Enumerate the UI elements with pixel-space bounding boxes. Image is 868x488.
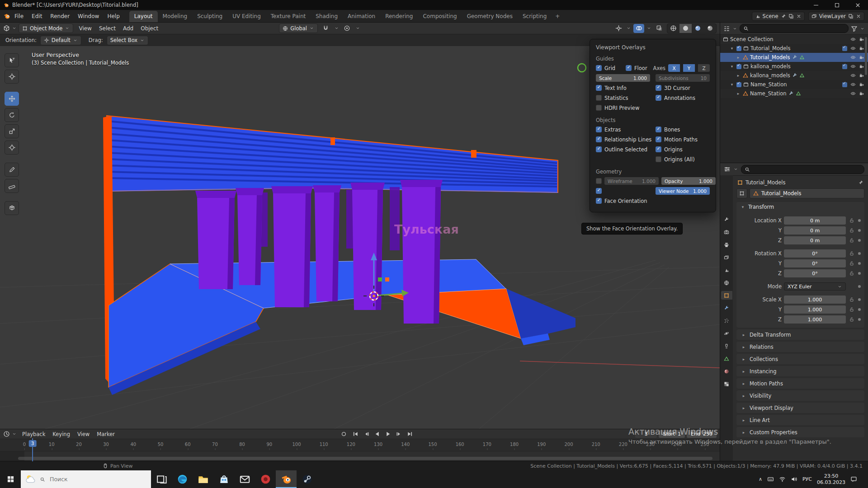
outliner-row-kallona-models[interactable]: ▾kallona_models	[720, 62, 868, 71]
workspace-tab-rendering[interactable]: Rendering	[380, 11, 418, 22]
value-field[interactable]: 0 m	[784, 226, 846, 235]
outliner-row-name-station[interactable]: ▾Name_Station	[720, 80, 868, 89]
section-motion-paths[interactable]: ▸Motion Paths	[736, 378, 864, 389]
volume-icon[interactable]	[791, 476, 797, 483]
taskbar-explorer[interactable]	[193, 470, 213, 488]
slider-wireframe[interactable]: Wireframe1.000	[604, 177, 659, 185]
timeline-menu-playback[interactable]: Playback	[19, 430, 49, 438]
add-workspace-button[interactable]: +	[552, 11, 563, 21]
keyframe-dot[interactable]	[858, 272, 861, 275]
workspace-tab-scripting[interactable]: Scripting	[518, 11, 552, 22]
chevron-down-icon[interactable]	[12, 26, 17, 31]
section-delta-transform[interactable]: ▸Delta Transform	[736, 329, 864, 340]
chevron-down-icon[interactable]	[860, 26, 865, 31]
menu-window[interactable]: Window	[74, 11, 103, 21]
eye-icon[interactable]	[850, 37, 856, 42]
outliner-row-tutorial-models[interactable]: ▸Tutorial_Models	[720, 53, 868, 62]
menu-render[interactable]: Render	[46, 11, 74, 21]
tool-transform[interactable]	[5, 141, 19, 155]
action-center-icon[interactable]	[850, 476, 857, 483]
snap-options-chevron-icon[interactable]	[334, 26, 339, 31]
camera-icon[interactable]	[859, 82, 864, 87]
properties-tab-tool[interactable]	[721, 215, 732, 224]
axis-x-button[interactable]: X	[668, 64, 680, 72]
shading-solid-button[interactable]	[679, 24, 692, 33]
properties-editor-icon[interactable]	[724, 166, 731, 173]
axis-z-button[interactable]: Z	[698, 64, 710, 72]
workspace-tab-sculpting[interactable]: Sculpting	[192, 11, 227, 22]
viewport-3d[interactable]: Тульская User Perspective (3) Scene Coll…	[0, 34, 720, 429]
eye-icon[interactable]	[850, 82, 856, 87]
object-name-field[interactable]: Tutorial_Models	[750, 188, 864, 198]
menu-file[interactable]: File	[10, 11, 28, 21]
value-field[interactable]: 1.000	[784, 305, 846, 314]
keyframe-dot[interactable]	[858, 252, 861, 255]
eye-icon[interactable]	[850, 46, 856, 51]
overlay-option-3d-cursor[interactable]: 3D Cursor	[656, 85, 712, 91]
overlay-option-origins[interactable]: Origins	[656, 146, 712, 153]
value-field[interactable]: 0 m	[784, 236, 846, 244]
section-collections[interactable]: ▸Collections	[736, 354, 864, 364]
outliner-search-input[interactable]	[751, 25, 845, 32]
timeline-track[interactable]	[0, 451, 720, 461]
viewport-menu-object[interactable]: Object	[137, 24, 162, 33]
overlays-options-chevron-icon[interactable]	[646, 26, 651, 31]
expand-caret[interactable]: ▾	[729, 82, 735, 87]
taskbar-store[interactable]	[213, 470, 234, 488]
camera-icon[interactable]	[859, 73, 864, 78]
show-gizmo-button[interactable]	[613, 24, 624, 33]
workspace-tab-shading[interactable]: Shading	[311, 11, 343, 22]
shading-rendered-button[interactable]	[704, 24, 716, 33]
section-visibility[interactable]: ▸Visibility	[736, 390, 864, 401]
tool-rotate[interactable]	[5, 108, 19, 122]
taskbar-blender[interactable]	[276, 470, 297, 488]
outliner-editor-icon[interactable]	[723, 25, 730, 32]
value-field[interactable]: 0 m	[784, 216, 846, 225]
collection-checkbox[interactable]	[736, 46, 741, 51]
keyframe-dot[interactable]	[858, 308, 861, 311]
camera-icon[interactable]	[859, 64, 864, 69]
scene-selector[interactable]: Scene	[752, 12, 805, 21]
pin-icon[interactable]	[858, 180, 863, 185]
transport-play-button[interactable]	[383, 430, 393, 438]
properties-tab-data[interactable]	[721, 354, 732, 363]
tool-select-box[interactable]	[5, 53, 19, 67]
tool-annotate[interactable]	[5, 163, 19, 177]
taskbar-edge[interactable]	[172, 470, 193, 488]
properties-tab-object[interactable]	[721, 291, 732, 300]
collapse-caret[interactable]: ▸	[736, 55, 741, 60]
selectable-checkbox[interactable]	[842, 64, 847, 69]
selectable-checkbox[interactable]	[842, 82, 847, 87]
overlay-option-outline-selected[interactable]: Outline Selected	[596, 146, 653, 153]
maximize-button[interactable]	[826, 0, 847, 10]
taskbar-search-input[interactable]	[49, 475, 147, 483]
orientation-dropdown[interactable]: Global	[279, 23, 318, 33]
snap-toggle[interactable]	[321, 24, 331, 33]
collapse-caret[interactable]: ▸	[736, 91, 741, 96]
close-button[interactable]	[847, 0, 868, 10]
proportional-options-chevron-icon[interactable]	[355, 26, 360, 31]
frame-end-field[interactable]: End 250	[687, 430, 717, 438]
workspace-tab-uv-editing[interactable]: UV Editing	[227, 11, 266, 22]
remove-viewlayer-icon[interactable]	[856, 14, 861, 19]
xray-toggle[interactable]	[654, 24, 665, 33]
camera-icon[interactable]	[859, 55, 864, 60]
overlay-option-extras[interactable]: Extras	[596, 127, 653, 133]
shading-material-button[interactable]	[692, 24, 704, 33]
object-browse-button[interactable]	[736, 188, 747, 198]
tool-cursor[interactable]	[5, 70, 19, 84]
selectable-checkbox[interactable]	[842, 46, 847, 51]
tool-move[interactable]	[5, 92, 19, 106]
proportional-editing-toggle[interactable]	[342, 24, 353, 33]
value-field[interactable]: 0°	[784, 249, 846, 258]
minimize-button[interactable]	[806, 0, 826, 10]
transport-nextkey-button[interactable]	[394, 430, 404, 438]
properties-tab-texture[interactable]	[721, 380, 732, 388]
keyframe-dot[interactable]	[858, 318, 861, 321]
eye-icon[interactable]	[850, 55, 856, 60]
overlay-option-hdri-preview[interactable]: HDRI Preview	[596, 105, 639, 111]
frame-start-field[interactable]: Start 1	[659, 430, 685, 438]
timeline-menu-marker[interactable]: Marker	[93, 430, 118, 438]
overlay-option-face-orientation[interactable]: Face Orientation	[596, 198, 647, 204]
collapse-caret[interactable]: ▸	[736, 73, 741, 78]
